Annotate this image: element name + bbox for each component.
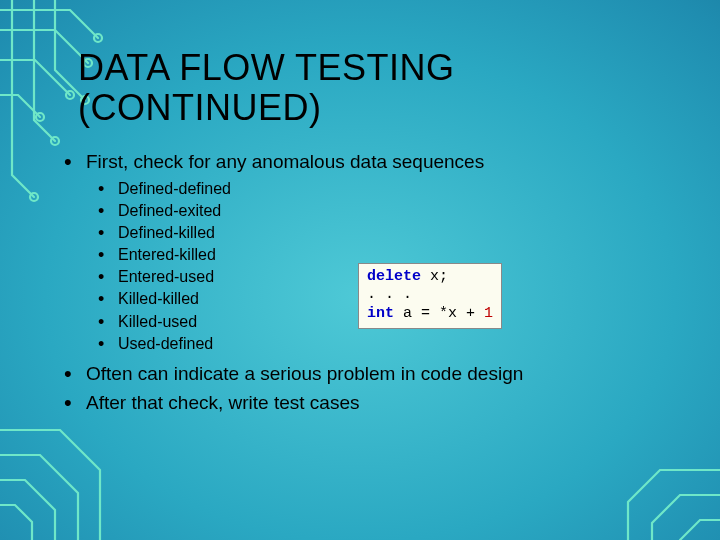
svg-point-0 [94,34,102,42]
sub-bullet-text: Used-defined [118,335,213,352]
sub-bullet-text: Defined-killed [118,224,215,241]
sub-bullet-item: Used-defined [98,333,680,355]
bullet-text: First, check for any anomalous data sequ… [86,151,484,172]
bullet-text: After that check, write test cases [86,392,360,413]
sub-bullet-text: Entered-used [118,268,214,285]
code-snippet: delete x; . . . int a = *x + 1 [358,263,502,329]
svg-point-5 [51,137,59,145]
svg-point-3 [36,113,44,121]
sub-bullet-text: Defined-exited [118,202,221,219]
sub-bullet-item: Defined-defined [98,178,680,200]
code-keyword: delete [367,268,421,285]
bullet-text: Often can indicate a serious problem in … [86,363,523,384]
bullet-item: After that check, write test cases [64,388,680,417]
code-keyword: int [367,305,394,322]
sub-bullet-text: Entered-killed [118,246,216,263]
content-area: DATA FLOW TESTING (CONTINUED) First, che… [78,48,680,418]
sub-bullet-item: Defined-exited [98,200,680,222]
code-text: x; [421,268,448,285]
sub-bullet-text: Killed-killed [118,290,199,307]
sub-bullet-item: Defined-killed [98,222,680,244]
bullet-item: Often can indicate a serious problem in … [64,359,680,388]
svg-point-4 [30,193,38,201]
sub-bullet-text: Defined-defined [118,180,231,197]
code-text: a = *x + [394,305,484,322]
code-number: 1 [484,305,493,322]
svg-point-2 [66,91,74,99]
slide-title: DATA FLOW TESTING (CONTINUED) [78,48,680,129]
sub-bullet-text: Killed-used [118,313,197,330]
slide: DATA FLOW TESTING (CONTINUED) First, che… [0,0,720,540]
code-text: . . . [367,286,412,303]
